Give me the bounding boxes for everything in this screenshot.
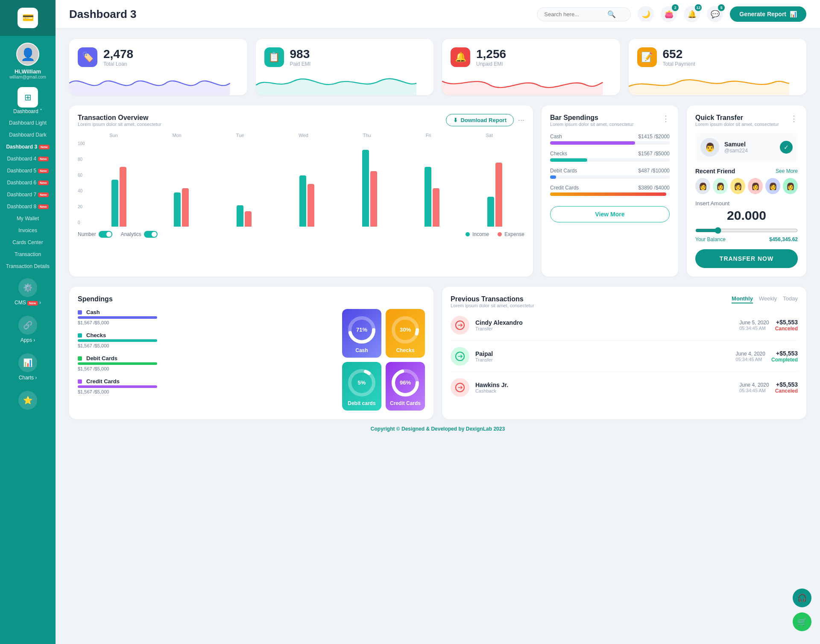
tx-icon-hawkins [451, 378, 469, 397]
sidebar-item-dashboard7[interactable]: Dashboard 7New [0, 189, 56, 201]
apps-icon-btn[interactable]: 🔗 [18, 316, 37, 335]
generate-report-button[interactable]: Generate Report 📊 [730, 6, 806, 22]
credit-bar [78, 385, 157, 388]
spending-checks-amount: $1567 /$5000 [638, 151, 670, 157]
svg-text:71%: 71% [356, 326, 367, 333]
spending-credit-amount: $3890 /$4000 [638, 185, 670, 191]
dashboard-btn[interactable]: ⊞ [18, 87, 38, 108]
tx-overview-subtitle: Lorem ipsum dolor sit amet, consectetur [78, 122, 161, 127]
amount-slider[interactable] [695, 227, 798, 234]
transfer-now-button[interactable]: TRANSFER NOW [695, 249, 798, 268]
sidebar: 💳 👤 Hi,William william@gmail.com ⊞ Dashb… [0, 0, 56, 644]
stat-value-payment: 652 [663, 47, 695, 61]
badge-new: New [38, 192, 48, 197]
toggle-number[interactable] [99, 231, 112, 238]
tx-info-hawkins: Hawkins Jr. Cashback [475, 382, 733, 393]
search-input[interactable] [544, 11, 604, 17]
bar-spendings-more[interactable]: ⋮ [662, 114, 670, 123]
sidebar-item-dashboard8[interactable]: Dashboard 8New [0, 201, 56, 213]
tx-info-paipal: Paipal Transfer [475, 350, 730, 362]
wave-loan [69, 71, 230, 95]
spending-checks-label: Checks [550, 151, 567, 157]
sidebar-item-dashboard-dark[interactable]: Dashboard Dark [0, 129, 56, 141]
logo-icon[interactable]: 💳 [18, 8, 38, 28]
legend-income: Income [466, 231, 489, 237]
toggle-analytics[interactable] [144, 231, 158, 238]
friend-avatar-2[interactable]: 👩 [713, 178, 728, 194]
friend-avatar-6[interactable]: 👩 [783, 178, 798, 194]
bar-group-sun [111, 167, 126, 227]
search-bar: 🔍 [537, 7, 631, 21]
sidebar-item-dashboard-light[interactable]: Dashboard Light [0, 117, 56, 129]
cash-values: $1,567 /$5,000 [78, 320, 334, 325]
wallet-btn[interactable]: 👛 2 [661, 6, 677, 22]
sidebar-item-transaction[interactable]: Transaction [0, 248, 56, 260]
sidebar-favorites: ⭐ [0, 385, 56, 416]
recent-friend-label: Recent Friend [695, 168, 735, 175]
sidebar-item-dashboard6[interactable]: Dashboard 6New [0, 177, 56, 189]
quick-transfer-subtitle: Lorem ipsum dolor sit amet, consectetur [695, 122, 779, 127]
cart-float-btn[interactable]: 🛒 [793, 612, 811, 631]
view-more-button[interactable]: View More [550, 206, 670, 222]
friend-avatar-5[interactable]: 👩 [765, 178, 780, 194]
sidebar-item-transaction-details[interactable]: Transaction Details [0, 260, 56, 272]
sidebar-item-dashboard3[interactable]: Dashboard 3New [0, 141, 56, 153]
spending-cash-amount: $1415 /$2000 [638, 134, 670, 140]
donut-grid: 71% Cash 30% Checks [342, 309, 425, 411]
sidebar-item-dashboard4[interactable]: Dashboard 4New [0, 153, 56, 165]
tx-type-paipal: Transfer [475, 357, 730, 362]
spending-item-cash: Cash $1,567 /$5,000 [78, 309, 334, 325]
see-more-link[interactable]: See More [776, 168, 798, 174]
tx-date-cindy: June 5, 2020 05:34:45 AM [739, 320, 769, 331]
tx-status-cindy: Canceled [775, 326, 798, 332]
sidebar-apps: 🔗 Apps › [0, 310, 56, 347]
sidebar-item-dashboard5[interactable]: Dashboard 5New [0, 165, 56, 177]
chat-btn[interactable]: 💬 5 [707, 6, 723, 22]
quick-transfer-more[interactable]: ⋮ [790, 114, 798, 123]
badge-new: New [38, 204, 48, 209]
legend-number: Number [78, 231, 112, 238]
badge-new: New [38, 157, 48, 161]
donut-svg-credit: 96% [390, 368, 420, 398]
tab-weekly[interactable]: Weekly [759, 295, 777, 303]
charts-icon-btn[interactable]: 📊 [18, 353, 37, 372]
sidebar-item-invoices[interactable]: Invoices [0, 224, 56, 236]
spending-item-debit: Debit Cards $1,567 /$5,000 [78, 355, 334, 371]
chart-legend: Number Analytics Income [78, 231, 524, 238]
cms-label: CMS New › [15, 300, 41, 306]
tx-list: Cindy Alexandro Transfer June 5, 2020 05… [451, 310, 798, 403]
table-row: Hawkins Jr. Cashback June 4, 2020 05:34:… [451, 372, 798, 403]
bell-btn[interactable]: 🔔 12 [684, 6, 700, 22]
stat-value-unpaid: 1,256 [476, 47, 506, 61]
income-dot [466, 232, 470, 236]
friend-avatar-3[interactable]: 👩 [730, 178, 745, 194]
header: Dashboard 3 🔍 🌙 👛 2 🔔 12 💬 5 Generate Re… [56, 0, 820, 29]
favorites-icon-btn[interactable]: ⭐ [18, 391, 37, 410]
svg-text:96%: 96% [400, 379, 411, 386]
friend-avatar-1[interactable]: 👩 [695, 178, 710, 194]
donut-credit: 96% Credit Cards [386, 362, 425, 411]
bar-spendings-subtitle: Lorem ipsum dolor sit amet, consectetur [550, 122, 634, 127]
more-options-icon[interactable]: ··· [518, 116, 524, 125]
sidebar-logo: 💳 [0, 0, 56, 36]
spending-debit-amount: $487 /$10000 [638, 168, 670, 174]
tx-info-cindy: Cindy Alexandro Transfer [475, 319, 733, 331]
footer: Copyright © Designed & Developed by Dexi… [69, 419, 806, 439]
friend-avatar-4[interactable]: 👩 [748, 178, 763, 194]
support-float-btn[interactable]: 🎧 [793, 589, 811, 607]
tab-monthly[interactable]: Monthly [732, 295, 753, 303]
chart-icon: 📊 [790, 11, 797, 17]
tab-today[interactable]: Today [783, 295, 798, 303]
debit-bar [78, 362, 157, 365]
dashboard-label[interactable]: Dashboard ˅ [13, 108, 42, 114]
download-report-button[interactable]: ⬇ Download Report [446, 114, 514, 126]
stat-card-unpaid-emi: 🔔 1,256 Unpaid EMI [442, 39, 620, 95]
tx-name-paipal: Paipal [475, 350, 730, 357]
sidebar-item-mywallet[interactable]: My Wallet [0, 213, 56, 224]
spending-item-checks: Checks $1,567 /$5,000 [78, 332, 334, 348]
cms-icon-btn[interactable]: ⚙️ [18, 278, 37, 297]
sidebar-item-cards[interactable]: Cards Center [0, 236, 56, 248]
bar-teal [111, 180, 118, 227]
spendings-list: Cash $1,567 /$5,000 Checks $1,567 /$5,00… [78, 309, 334, 411]
moon-btn[interactable]: 🌙 [638, 6, 654, 22]
